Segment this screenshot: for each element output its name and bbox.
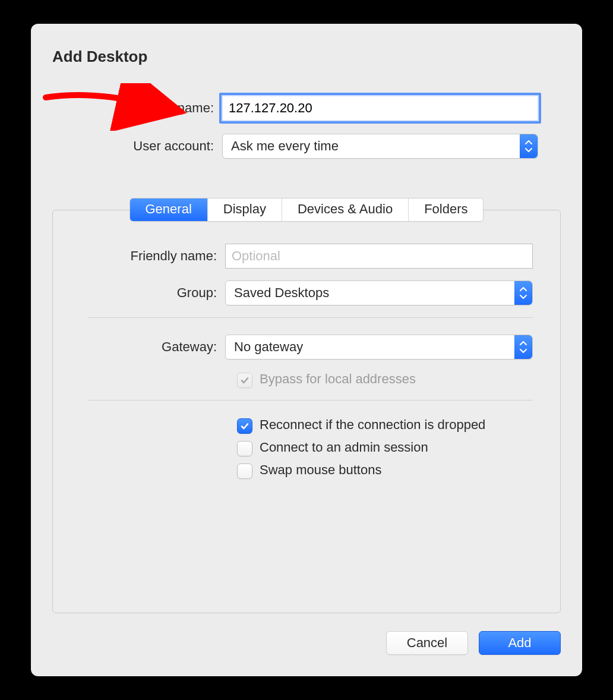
pc-name-label: PC name: bbox=[70, 100, 222, 116]
tab-display[interactable]: Display bbox=[208, 198, 282, 221]
user-account-label: User account: bbox=[70, 138, 222, 154]
group-label: Group: bbox=[65, 285, 225, 301]
tab-general[interactable]: General bbox=[130, 198, 208, 221]
bypass-checkbox bbox=[237, 373, 252, 388]
group-select[interactable]: Saved Desktops bbox=[225, 280, 533, 305]
dialog-title: Add Desktop bbox=[52, 48, 561, 66]
group-value: Saved Desktops bbox=[234, 285, 329, 301]
user-account-value: Ask me every time bbox=[231, 138, 339, 154]
updown-icon bbox=[520, 134, 538, 158]
admin-session-label: Connect to an admin session bbox=[260, 440, 428, 455]
friendly-name-input[interactable] bbox=[225, 244, 533, 269]
gateway-select[interactable]: No gateway bbox=[225, 335, 533, 360]
swap-mouse-checkbox[interactable] bbox=[237, 463, 252, 479]
gateway-value: No gateway bbox=[234, 339, 303, 355]
add-button[interactable]: Add bbox=[479, 631, 561, 655]
tab-devices-audio[interactable]: Devices & Audio bbox=[282, 198, 409, 221]
reconnect-checkbox[interactable] bbox=[237, 418, 252, 434]
user-account-select[interactable]: Ask me every time bbox=[222, 134, 538, 159]
tab-bar: General Display Devices & Audio Folders bbox=[129, 198, 484, 222]
friendly-name-label: Friendly name: bbox=[65, 248, 225, 264]
tab-folders[interactable]: Folders bbox=[409, 198, 483, 221]
cancel-button[interactable]: Cancel bbox=[386, 631, 468, 655]
bypass-label: Bypass for local addresses bbox=[260, 371, 416, 387]
swap-mouse-label: Swap mouse buttons bbox=[260, 462, 381, 478]
updown-icon bbox=[514, 281, 532, 305]
admin-session-checkbox[interactable] bbox=[237, 441, 252, 456]
gateway-label: Gateway: bbox=[65, 339, 225, 355]
updown-icon bbox=[514, 335, 532, 359]
divider bbox=[89, 400, 533, 401]
add-desktop-dialog: Add Desktop PC name: User account: Ask m… bbox=[31, 24, 582, 676]
general-panel: Friendly name: Group: Saved Desktops bbox=[52, 210, 561, 613]
reconnect-label: Reconnect if the connection is dropped bbox=[260, 417, 485, 433]
pc-name-input[interactable] bbox=[222, 96, 538, 121]
divider bbox=[89, 317, 533, 318]
